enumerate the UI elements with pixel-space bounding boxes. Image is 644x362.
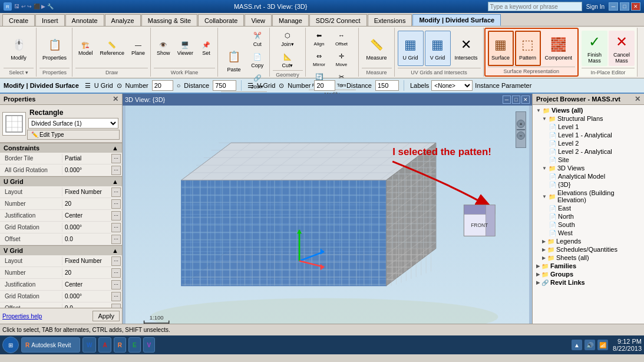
section-ugrid[interactable]: U Grid ▲ — [0, 176, 122, 186]
tab-analyze[interactable]: Analyze — [105, 14, 141, 26]
section-constraints[interactable]: Constraints ▲ — [0, 143, 122, 153]
paste-button[interactable]: 📋 Paste — [221, 42, 247, 78]
tab-collaborate[interactable]: Collaborate — [198, 14, 244, 26]
u-number-btn[interactable]: ⋯ — [111, 199, 121, 209]
offset-button[interactable]: ↔ Offset — [331, 29, 352, 48]
u-justification-btn[interactable]: ⋯ — [111, 211, 121, 221]
revit-taskbtn[interactable]: R Autodesk Revit — [21, 337, 80, 353]
start-button[interactable]: ⊞ — [2, 337, 19, 353]
set-button[interactable]: 📌 Set — [197, 38, 215, 58]
reference-button[interactable]: 📏 Reference — [97, 38, 128, 58]
pb-views-all[interactable]: ▼ 📁 Views (all) — [533, 106, 644, 114]
u-offset-btn[interactable]: ⋯ — [111, 235, 121, 244]
pb-level2[interactable]: 📄 Level 2 — [533, 139, 644, 147]
tab-manage[interactable]: Manage — [272, 14, 309, 26]
pb-level1[interactable]: 📄 Level 1 — [533, 123, 644, 131]
tab-sds2[interactable]: SDS/2 Connect — [309, 14, 367, 26]
viewport-restore-btn[interactable]: □ — [512, 96, 520, 104]
zoom-in-btn[interactable]: + — [517, 120, 525, 128]
zoom-out-btn[interactable]: − — [517, 131, 525, 140]
pb-site[interactable]: 📄 Site — [533, 156, 644, 164]
all-grid-rotation-btn[interactable]: ⋯ — [111, 166, 121, 175]
plane-button[interactable]: — Plane — [128, 38, 148, 58]
v-layout-btn[interactable]: ⋯ — [111, 256, 121, 266]
pb-elevations[interactable]: ▼ 📁 Elevations (Building Elevation) — [533, 189, 644, 204]
pb-west[interactable]: 📄 West — [533, 229, 644, 237]
tab-insert[interactable]: Insert — [35, 14, 65, 26]
viewport-close-btn[interactable]: ✕ — [521, 96, 530, 104]
pb-groups[interactable]: ▶ 📁 Groups — [533, 270, 644, 278]
excel-taskbtn[interactable]: E — [128, 337, 141, 353]
finish-mass-button[interactable]: ✓ FinishMass — [582, 31, 607, 66]
app-taskbtn[interactable]: V — [143, 337, 156, 353]
properties-help-link[interactable]: Properties help — [2, 313, 42, 320]
pb-revit-links[interactable]: ▶ 🔗 Revit Links — [533, 278, 644, 287]
ugrid-button[interactable]: ▦ U Grid — [398, 31, 424, 66]
tab-create[interactable]: Create — [2, 14, 35, 26]
sign-in-link[interactable]: Sign In — [586, 4, 605, 10]
revit2-taskbtn[interactable]: R — [114, 337, 126, 353]
search-input[interactable] — [488, 2, 582, 11]
v-grid-rotation-btn[interactable]: ⋯ — [111, 292, 121, 301]
edit-type-button[interactable]: ✏️ Edit Type — [27, 130, 120, 140]
close-button[interactable]: ✕ — [631, 2, 640, 11]
viewport-minimize-btn[interactable]: ─ — [503, 96, 511, 104]
pb-sheets[interactable]: ▶ 📁 Sheets (all) — [533, 254, 644, 262]
pb-3d-views[interactable]: ▼ 📁 3D Views — [533, 164, 644, 172]
surface-type-select[interactable]: Divided Surface (1) — [28, 118, 118, 129]
viewer-button[interactable]: 🖥️ Viewer — [174, 38, 196, 58]
component-button[interactable]: 🧱 Component — [542, 31, 576, 66]
tab-annotate[interactable]: Annotate — [65, 14, 104, 26]
minimize-button[interactable]: ─ — [609, 2, 618, 11]
u-layout-btn[interactable]: ⋯ — [111, 187, 121, 197]
pb-level2-analytical[interactable]: 📄 Level 2 - Analytical — [533, 147, 644, 156]
tab-extensions[interactable]: Extensions — [368, 14, 412, 26]
v-number-btn[interactable]: ⋯ — [111, 268, 121, 278]
cut-geo-button[interactable]: 📐 Cut▾ — [278, 50, 297, 70]
measure-button[interactable]: 📏 Measure — [363, 31, 389, 66]
border-tile-btn[interactable]: ⋯ — [111, 154, 121, 163]
v-offset-btn[interactable]: ⋯ — [111, 304, 121, 308]
pb-legends[interactable]: ▶ 📁 Legends — [533, 237, 644, 245]
pb-families[interactable]: ▶ 📁 Families — [533, 262, 644, 270]
tab-massing[interactable]: Massing & Site — [141, 14, 197, 26]
restore-button[interactable]: □ — [620, 2, 629, 11]
move-button[interactable]: ✛ Move — [331, 50, 352, 69]
properties-close-button[interactable]: ✕ — [113, 95, 118, 103]
model-button[interactable]: 🏗️ Model — [75, 38, 96, 58]
pb-schedules[interactable]: ▶ 📁 Schedules/Quantities — [533, 245, 644, 254]
modify-button[interactable]: 🖱️ Modify — [6, 31, 32, 66]
show-button[interactable]: 👁️ Show — [154, 38, 173, 58]
pb-close-button[interactable]: ✕ — [635, 95, 640, 103]
apply-button[interactable]: Apply — [93, 311, 120, 321]
surface-button[interactable]: ▦ Surface — [488, 31, 514, 66]
intersects-button[interactable]: ✕ Intersects — [452, 31, 481, 66]
vgrid-button[interactable]: ▦ V Grid — [425, 31, 451, 66]
pb-south[interactable]: 📄 South — [533, 221, 644, 229]
v-distance-input[interactable] — [375, 80, 399, 91]
u-number-input[interactable] — [152, 80, 173, 91]
acrobat-taskbtn[interactable]: A — [98, 337, 111, 353]
copy-button[interactable]: 📄 Copy — [248, 50, 267, 70]
align-button[interactable]: ⬅ Align — [309, 29, 330, 48]
join-geo-button[interactable]: ⬡ Join▾ — [278, 29, 297, 49]
v-number-input[interactable] — [314, 80, 335, 91]
cancel-mass-button[interactable]: ✕ CancelMass — [609, 31, 635, 66]
u-distance-input[interactable] — [213, 80, 236, 91]
labels-select[interactable]: <None> — [431, 80, 473, 91]
mirror-button[interactable]: ⇔ Mirror — [309, 50, 330, 69]
pb-north[interactable]: 📄 North — [533, 212, 644, 221]
section-vgrid[interactable]: V Grid ▲ — [0, 245, 122, 255]
v-justification-btn[interactable]: ⋯ — [111, 280, 121, 289]
word-taskbtn[interactable]: W — [82, 337, 96, 353]
pb-3d-view[interactable]: 📄 {3D} — [533, 180, 644, 189]
tab-modify-divided-surface[interactable]: Modify | Divided Surface — [412, 14, 501, 26]
pb-analytical-model[interactable]: 📄 Analytical Model — [533, 172, 644, 180]
pattern-button[interactable]: ⬚ Pattern — [515, 31, 541, 66]
pb-east[interactable]: 📄 East — [533, 204, 644, 212]
cut-button[interactable]: ✂️ Cut — [248, 29, 267, 49]
pb-structural-plans[interactable]: ▼ 📁 Structural Plans — [533, 114, 644, 123]
u-grid-rotation-btn[interactable]: ⋯ — [111, 223, 121, 232]
pb-level1-analytical[interactable]: 📄 Level 1 - Analytical — [533, 131, 644, 139]
properties-button[interactable]: 📋 Properties — [39, 31, 70, 66]
